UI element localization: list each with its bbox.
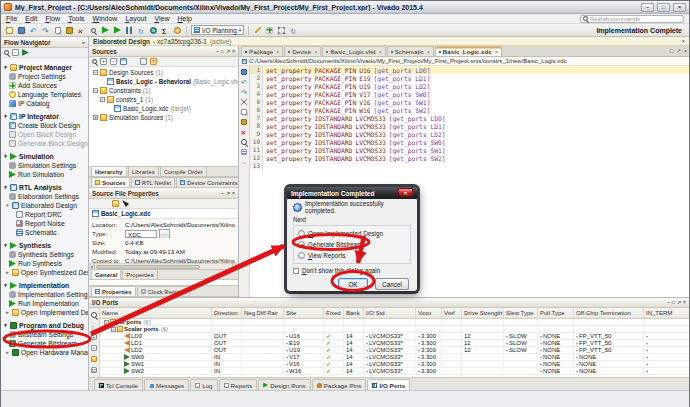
search-commands-input[interactable]: Search commands <box>580 15 684 23</box>
cell-offchip-term-combo[interactable]: FP_VTT_50 <box>576 333 611 340</box>
minimize-panel-icon[interactable]: – <box>216 46 219 57</box>
flow-nav-item[interactable]: Open Hardware Manager <box>1 348 88 357</box>
add-file-icon[interactable] <box>120 58 127 65</box>
cell-in-term[interactable] <box>644 319 674 326</box>
cell-neg-diff-pair[interactable] <box>242 333 284 340</box>
bottom-tab[interactable]: Reports <box>219 379 258 390</box>
flow-nav-item[interactable]: Open Implemented Design <box>1 308 88 317</box>
cell-iostd-combo[interactable]: LVCMOS33* <box>366 333 403 340</box>
cell-direction[interactable]: OUT <box>212 347 242 354</box>
io-tool-button[interactable] <box>90 332 99 341</box>
tab[interactable]: RTL Netlist <box>131 177 175 187</box>
flow-nav-item[interactable]: Report DRC <box>1 210 88 219</box>
toolbar-button[interactable] <box>137 26 146 35</box>
cell-iostd-combo[interactable]: LVCMOS33* <box>366 361 403 368</box>
cell-neg-diff-pair[interactable] <box>242 361 284 368</box>
io-tool-button[interactable] <box>90 354 99 363</box>
editor-tab[interactable]: Basic_Logic.vhd × <box>322 46 385 56</box>
property-field-value[interactable]: XDC <box>125 230 157 238</box>
close-tab-icon[interactable]: × <box>495 49 498 55</box>
close-tab-icon[interactable]: × <box>379 49 382 55</box>
tree-node[interactable]: Design Sources (1) <box>89 68 238 77</box>
cell-vref[interactable] <box>442 368 462 375</box>
cell-offchip-term-combo[interactable]: NONE <box>576 354 596 361</box>
tree-expander-icon[interactable] <box>93 70 98 75</box>
cell-offchip-term-combo[interactable]: FP_VTT_50 <box>576 340 611 347</box>
column-header[interactable]: Slew Type <box>504 308 538 318</box>
maximize-panel-icon[interactable]: □ <box>672 297 675 308</box>
editor-tool-button[interactable] <box>240 128 248 136</box>
collapse-all-icon[interactable] <box>110 58 117 65</box>
toolbar-button[interactable] <box>77 26 86 35</box>
flow-nav-item[interactable]: Elaborated Design <box>1 201 88 210</box>
flow-nav-item[interactable]: Add Sources <box>1 81 88 90</box>
close-panel-icon[interactable]: × <box>684 48 687 54</box>
tab[interactable]: Properties <box>91 286 136 296</box>
cell-iostd-combo[interactable]: LVCMOS33* <box>366 340 403 347</box>
column-header[interactable]: I/O Std <box>364 308 416 318</box>
dialog-close-button[interactable]: × <box>398 188 413 197</box>
cell-in-term[interactable] <box>644 368 674 375</box>
search-icon[interactable] <box>4 50 9 55</box>
bottom-tab[interactable]: Package Pins <box>312 379 367 390</box>
cell-site-combo[interactable]: U16 <box>286 333 300 340</box>
flow-nav-item[interactable]: Simulation <box>1 152 88 161</box>
tree-expander-icon[interactable] <box>93 115 98 120</box>
float-panel-icon[interactable]: ↗ <box>676 48 681 54</box>
column-header[interactable]: Off-Chip Termination <box>574 308 644 318</box>
code-line[interactable]: 8 set_propertyIOSTANDARDLVCMOS33[get_por… <box>250 122 689 130</box>
cell-offchip-term-combo[interactable]: NONE <box>576 368 596 375</box>
editor-tab[interactable]: Device × <box>284 46 321 56</box>
cell-direction[interactable]: IN <box>212 361 242 368</box>
menu-item[interactable]: Help <box>178 15 192 22</box>
flow-nav-item[interactable]: Implementation Settings <box>1 290 88 299</box>
close-tab-icon[interactable]: × <box>314 49 317 55</box>
code-line[interactable]: 2 set_propertyPACKAGE_PINE19[get_ports L… <box>250 74 689 82</box>
minimize-button[interactable]: – <box>641 3 654 12</box>
flow-nav-item[interactable]: Run Simulation <box>1 170 88 179</box>
cell-pull-combo[interactable]: NONE <box>540 354 560 361</box>
float-panel-icon[interactable]: ↗ <box>226 46 230 57</box>
menu-item[interactable]: View <box>154 15 169 22</box>
editor-tool-button[interactable] <box>240 98 248 106</box>
flow-nav-item[interactable]: Report Noise <box>1 219 88 228</box>
cell-slew-combo[interactable]: SLOW <box>506 333 527 340</box>
flow-nav-item[interactable]: Create Block Design <box>1 121 88 130</box>
editor-tool-button[interactable] <box>240 138 248 146</box>
flow-nav-item[interactable]: Simulation Settings <box>1 161 88 170</box>
cell-vcco-combo[interactable]: 3.300 <box>418 361 436 368</box>
cell-pull-combo[interactable]: NONE <box>540 368 560 375</box>
tab[interactable]: Sources <box>91 177 130 187</box>
cell-drive-strength[interactable] <box>462 319 504 326</box>
cell-site-combo[interactable]: W16 <box>286 368 301 375</box>
tab[interactable]: Compile Order <box>160 166 207 176</box>
help-pressed-icon[interactable] <box>150 58 157 65</box>
code-line[interactable]: 4 set_propertyPACKAGE_PINV17[get_ports S… <box>250 90 689 98</box>
cell-vcco-combo[interactable]: 3.300 <box>418 333 436 340</box>
toolbar-button[interactable] <box>289 26 298 35</box>
cell-in-term[interactable] <box>644 340 674 347</box>
code-line[interactable]: 10 set_propertyIOSTANDARDLVCMOS33[get_po… <box>250 138 689 146</box>
layout-selector-dropdown[interactable]: I/O Planning ▾ <box>191 25 244 35</box>
flow-nav-item[interactable]: Run Implementation <box>1 299 88 308</box>
cell-iostd-combo[interactable]: LVCMOS33* <box>366 354 403 361</box>
cell-site-combo[interactable]: V16 <box>286 361 300 368</box>
toolbar-button[interactable] <box>161 26 170 35</box>
cell-vref[interactable] <box>442 347 462 354</box>
property-field-value[interactable]: C:/Users/AlecSchmidt/Documents/Xilinx/V <box>125 221 235 228</box>
cell-vref[interactable] <box>442 319 462 326</box>
editor-tab[interactable]: Package × <box>241 46 283 56</box>
cell-site-combo[interactable]: U19 <box>286 347 300 354</box>
io-tool-button[interactable] <box>90 310 99 319</box>
flow-nav-item[interactable]: RTL Analysis <box>1 183 88 192</box>
collapse-all-icon[interactable] <box>12 49 19 56</box>
toolbar-button[interactable] <box>5 26 14 35</box>
code-line[interactable]: 6 set_propertyPACKAGE_PINW16[get_ports S… <box>250 106 689 114</box>
column-header[interactable]: Vref <box>442 308 462 318</box>
cell-drive-strength[interactable] <box>462 361 504 368</box>
fixed-checkbox[interactable]: ✓ <box>326 354 331 361</box>
tab[interactable]: General <box>91 269 121 279</box>
code-line[interactable]: 1 set_propertyPACKAGE_PINU16[get_ports L… <box>250 66 689 74</box>
tree-expander-icon[interactable] <box>104 320 109 325</box>
flow-nav-item[interactable]: Run Synthesis <box>1 259 88 268</box>
